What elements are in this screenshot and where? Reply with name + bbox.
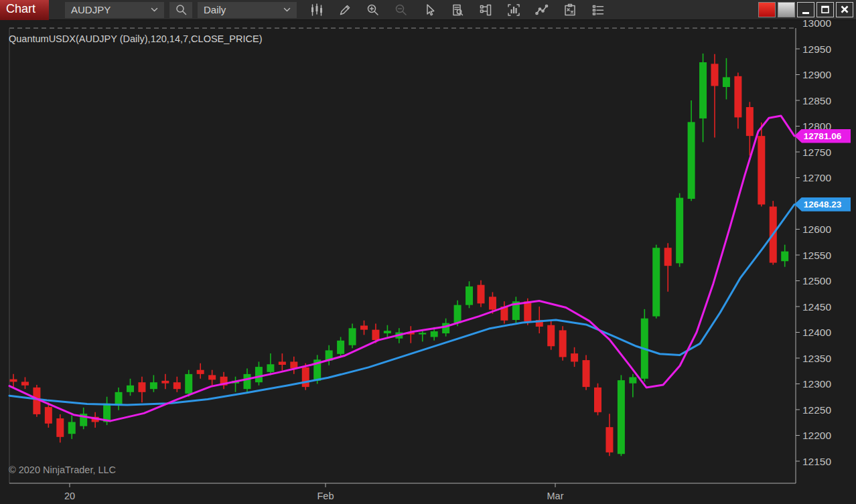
candle-body: [21, 382, 29, 385]
zoom-in-icon: [366, 3, 380, 17]
candle-body: [56, 418, 64, 437]
candle-body: [652, 248, 660, 316]
candle-body: [524, 301, 531, 321]
candle-body: [723, 77, 730, 87]
candle-body: [478, 285, 485, 304]
cursor-icon: [423, 3, 436, 17]
candlestick-chart[interactable]: 1215012200122501230012350124001245012500…: [0, 20, 856, 504]
candle-body: [244, 374, 251, 389]
y-tick-label: 12600: [802, 224, 831, 235]
minimize-icon: [799, 3, 812, 16]
strategies-button[interactable]: [562, 1, 577, 18]
candle-body: [384, 331, 391, 333]
candle-body: [173, 382, 181, 389]
toolbar: Chart AUDJPY Daily: [0, 0, 856, 20]
maximize-button[interactable]: [816, 2, 834, 17]
chart-trader-icon: [479, 3, 492, 17]
y-tick-label: 12250: [802, 404, 831, 416]
candle-body: [583, 360, 590, 387]
y-tick-label: 12450: [802, 301, 831, 313]
candle-body: [115, 392, 123, 406]
candle-body: [454, 305, 461, 323]
candle-body: [161, 381, 169, 384]
x-tick-label: 20: [64, 491, 75, 501]
candle-body: [197, 370, 204, 374]
data-box-button[interactable]: [449, 1, 465, 18]
candle-body: [267, 364, 274, 372]
drawing-tools-icon: [338, 3, 352, 17]
candle-body: [442, 323, 449, 333]
candle-body: [571, 353, 578, 361]
y-tick-label: 12300: [802, 378, 831, 390]
candle-body: [150, 382, 157, 389]
close-icon: [838, 3, 851, 16]
candle-body: [466, 286, 473, 305]
y-tick-label: 12200: [802, 430, 831, 441]
cursor-button[interactable]: [421, 1, 437, 18]
search-icon: [175, 3, 188, 16]
candle-body: [547, 325, 555, 347]
indicators-icon: [507, 3, 520, 17]
candle-body: [781, 252, 788, 262]
data-series-button[interactable]: [534, 1, 549, 18]
tab-chart[interactable]: Chart: [0, 0, 49, 20]
candle-body: [559, 330, 567, 357]
candle-body: [255, 367, 263, 382]
candle-body: [711, 64, 719, 86]
candle-body: [10, 380, 17, 382]
instrument-value: AUDJPY: [71, 4, 111, 15]
y-tick-label: 12900: [802, 69, 831, 80]
candle-body: [605, 427, 613, 452]
chart-style-icon: [310, 3, 324, 17]
interval-value: Daily: [204, 4, 226, 15]
candle-body: [676, 198, 683, 264]
close-button[interactable]: [836, 2, 853, 17]
zoom-out-icon: [395, 3, 408, 17]
candle-body: [758, 136, 765, 204]
zoom-in-button[interactable]: [365, 1, 380, 18]
y-tick-label: 12850: [802, 95, 831, 106]
candle-body: [419, 333, 426, 334]
maximize-icon: [818, 3, 832, 16]
instrument-search-button[interactable]: [169, 2, 192, 18]
candle-body: [349, 328, 356, 345]
candle-body: [688, 122, 695, 199]
data-box-icon: [451, 3, 464, 17]
chart-trader-button[interactable]: [478, 1, 493, 18]
price-marker-ma-slow: 12648.23: [794, 197, 851, 212]
candle-body: [664, 248, 672, 266]
indicator-label: QuantumUSDX(AUDJPY (Daily),120,14,7,CLOS…: [9, 33, 262, 44]
chart-area[interactable]: QuantumUSDX(AUDJPY (Daily),120,14,7,CLOS…: [0, 20, 856, 504]
minimize-button[interactable]: [797, 2, 814, 17]
zoom-out-button[interactable]: [393, 1, 409, 18]
candle-body: [185, 374, 192, 394]
y-tick-label: 12700: [802, 172, 831, 183]
candle-body: [337, 341, 344, 354]
x-tick-label: Feb: [317, 491, 334, 501]
data-series-icon: [535, 3, 549, 17]
candle-body: [431, 331, 438, 337]
candle-body: [734, 76, 741, 118]
y-tick-label: 12950: [802, 44, 831, 55]
candle-body: [629, 377, 636, 383]
candle-body: [208, 375, 216, 380]
instrument-dropdown[interactable]: AUDJPY: [65, 2, 164, 18]
interval-dropdown[interactable]: Daily: [198, 2, 297, 18]
indicators-button[interactable]: [506, 1, 521, 18]
drawing-tools-button[interactable]: [337, 1, 352, 18]
candle-body: [279, 361, 286, 365]
candle-body: [699, 62, 707, 118]
toolbar-icons: [309, 1, 605, 18]
y-tick-label: 12500: [802, 275, 831, 286]
properties-icon: [591, 3, 605, 17]
candle-body: [746, 107, 754, 136]
candles[interactable]: [10, 54, 789, 456]
theme-gray-button[interactable]: [778, 2, 795, 17]
window-controls: [758, 2, 853, 17]
theme-red-button[interactable]: [758, 2, 776, 17]
candle-body: [618, 380, 625, 454]
candle-body: [594, 388, 601, 412]
properties-button[interactable]: [590, 1, 605, 18]
candle-body: [489, 297, 496, 309]
chart-style-button[interactable]: [309, 1, 324, 18]
